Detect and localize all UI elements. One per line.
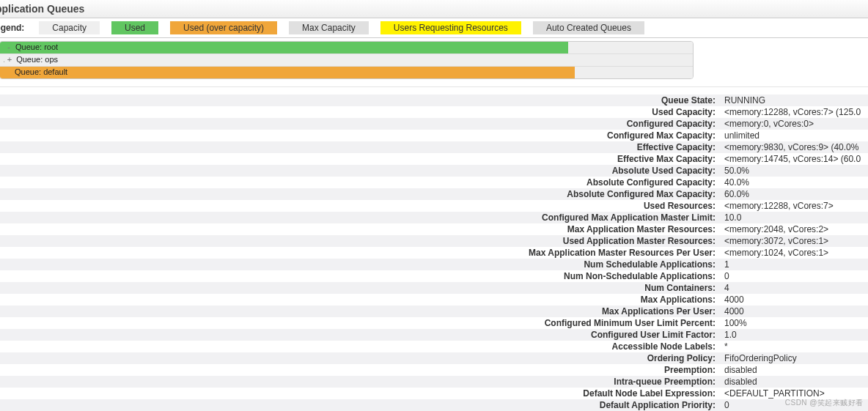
details-value: <memory:12288, vCores:7>	[720, 200, 868, 212]
details-value: <memory:2048, vCores:2>	[720, 223, 868, 235]
legend-label: egend:	[0, 23, 24, 33]
table-row: Used Resources:<memory:12288, vCores:7>	[0, 200, 868, 212]
table-row: Configured Max Application Master Limit:…	[0, 212, 868, 223]
details-key: Num Schedulable Applications:	[0, 259, 720, 270]
table-row: Default Application Priority:0	[0, 399, 868, 411]
table-row: Absolute Configured Capacity:40.0%	[0, 177, 868, 188]
details-key: Ordering Policy:	[0, 352, 720, 364]
queue-row-root[interactable]: - Queue: root	[0, 42, 693, 54]
details-key: Intra-queue Preemption:	[0, 376, 720, 388]
details-key: Configured Max Application Master Limit:	[0, 212, 720, 223]
details-value: <memory:3072, vCores:1>	[720, 235, 868, 247]
legend-row: egend: Capacity Used Used (over capacity…	[0, 18, 868, 38]
queue-label-root: Queue: root	[15, 42, 58, 51]
queue-details-table: Queue State:RUNNINGUsed Capacity:<memory…	[0, 95, 868, 411]
legend-auto: Auto Created Queues	[533, 21, 644, 34]
table-row: Effective Max Capacity:<memory:14745, vC…	[0, 153, 868, 165]
queue-details-panel: Queue State:RUNNINGUsed Capacity:<memory…	[0, 86, 868, 411]
queue-bar-root	[0, 42, 568, 53]
table-row: Configured Max Capacity:unlimited	[0, 130, 868, 141]
details-key: Configured Minimum User Limit Percent:	[0, 317, 720, 329]
details-value: 50.0%	[720, 165, 868, 177]
details-key: Absolute Configured Max Capacity:	[0, 188, 720, 200]
details-key: Default Node Label Expression:	[0, 388, 720, 399]
details-key: Accessible Node Labels:	[0, 341, 720, 352]
table-row: Configured Minimum User Limit Percent:10…	[0, 317, 868, 329]
table-row: Configured User Limit Factor:1.0	[0, 329, 868, 341]
details-value: <memory:0, vCores:0>	[720, 118, 868, 130]
watermark: CSDN @笑起来贼好看	[785, 398, 864, 408]
details-value: <memory:12288, vCores:7> (125.0	[720, 106, 868, 118]
details-key: Absolute Configured Capacity:	[0, 177, 720, 188]
details-key: Used Capacity:	[0, 106, 720, 118]
table-row: Max Applications:4000	[0, 294, 868, 306]
table-row: Preemption:disabled	[0, 364, 868, 376]
details-value: disabled	[720, 364, 868, 376]
queue-bar-default	[0, 67, 575, 78]
details-key: Configured Capacity:	[0, 118, 720, 130]
queue-row-ops[interactable]: .+ Queue: ops	[0, 54, 693, 67]
details-value: unlimited	[720, 130, 868, 141]
table-row: Max Application Master Resources:<memory…	[0, 223, 868, 235]
details-value: 4	[720, 282, 868, 294]
details-key: Num Containers:	[0, 282, 720, 294]
details-value: disabled	[720, 376, 868, 388]
queue-row-default[interactable]: Queue: default	[0, 67, 693, 78]
table-row: Effective Capacity:<memory:9830, vCores:…	[0, 141, 868, 153]
details-value: 10.0	[720, 212, 868, 223]
table-row: Absolute Used Capacity:50.0%	[0, 165, 868, 177]
queue-label-default: Queue: default	[15, 67, 67, 76]
details-key: Max Applications:	[0, 294, 720, 306]
details-value: 4000	[720, 294, 868, 306]
details-value: 4000	[720, 306, 868, 317]
details-value: <memory:1024, vCores:1>	[720, 247, 868, 259]
details-value: 1	[720, 259, 868, 270]
details-value: 40.0%	[720, 177, 868, 188]
table-row: Num Non-Schedulable Applications:0	[0, 270, 868, 282]
details-key: Used Application Master Resources:	[0, 235, 720, 247]
table-row: Absolute Configured Max Capacity:60.0%	[0, 188, 868, 200]
table-row: Num Containers:4	[0, 282, 868, 294]
legend-used: Used	[111, 21, 158, 34]
queues-tree: - Queue: root .+ Queue: ops Queue: defau…	[0, 41, 694, 79]
table-row: Max Application Master Resources Per Use…	[0, 247, 868, 259]
legend-capacity: Capacity	[39, 21, 100, 34]
details-key: Preemption:	[0, 364, 720, 376]
minus-icon[interactable]: -	[4, 42, 13, 53]
table-row: Configured Capacity:<memory:0, vCores:0>	[0, 118, 868, 130]
plus-icon[interactable]: +	[5, 54, 14, 65]
details-key: Max Application Master Resources:	[0, 223, 720, 235]
details-value: <memory:9830, vCores:9> (40.0%	[720, 141, 868, 153]
table-row: Default Node Label Expression:<DEFAULT_P…	[0, 388, 868, 399]
table-row: Used Application Master Resources:<memor…	[0, 235, 868, 247]
table-row: Intra-queue Preemption:disabled	[0, 376, 868, 388]
legend-maxcap: Max Capacity	[289, 21, 369, 34]
details-key: Effective Max Capacity:	[0, 153, 720, 165]
details-key: Effective Capacity:	[0, 141, 720, 153]
details-value: RUNNING	[720, 95, 868, 106]
table-row: Max Applications Per User:4000	[0, 306, 868, 317]
details-key: Max Applications Per User:	[0, 306, 720, 317]
details-value: FifoOrderingPolicy	[720, 352, 868, 364]
details-key: Configured User Limit Factor:	[0, 329, 720, 341]
details-value: 100%	[720, 317, 868, 329]
legend-users: Users Requesting Resources	[380, 21, 521, 34]
queue-label-ops: Queue: ops	[16, 55, 58, 64]
details-key: Absolute Used Capacity:	[0, 165, 720, 177]
details-value: 0	[720, 270, 868, 282]
table-row: Ordering Policy:FifoOrderingPolicy	[0, 352, 868, 364]
legend-overcap: Used (over capacity)	[170, 21, 277, 34]
details-key: Queue State:	[0, 95, 720, 106]
details-key: Max Application Master Resources Per Use…	[0, 247, 720, 259]
details-value: 1.0	[720, 329, 868, 341]
table-row: Accessible Node Labels:*	[0, 341, 868, 352]
details-key: Default Application Priority:	[0, 399, 720, 411]
table-row: Used Capacity:<memory:12288, vCores:7> (…	[0, 106, 868, 118]
page-title: pplication Queues	[0, 0, 868, 18]
details-value: 60.0%	[720, 188, 868, 200]
table-row: Queue State:RUNNING	[0, 95, 868, 106]
details-key: Num Non-Schedulable Applications:	[0, 270, 720, 282]
table-row: Num Schedulable Applications:1	[0, 259, 868, 270]
details-key: Configured Max Capacity:	[0, 130, 720, 141]
details-value: *	[720, 341, 868, 352]
